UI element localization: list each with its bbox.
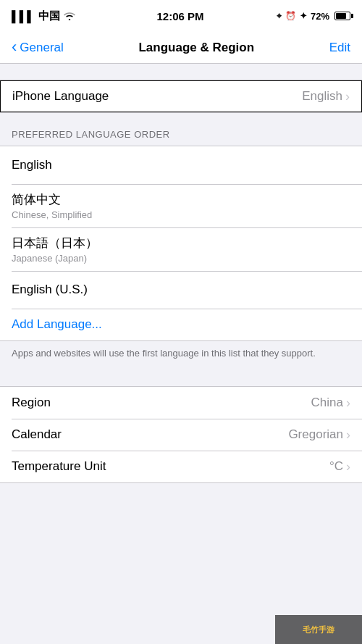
list-item[interactable]: 日本語（日本） Japanese (Japan): [0, 227, 362, 271]
region-current: China: [311, 396, 343, 410]
preferred-language-section: PREFERRED LANGUAGE ORDER English 简体中文 Ch…: [0, 129, 362, 370]
iphone-language-group: iPhone Language English ›: [0, 80, 362, 113]
region-list: Region China › Calendar Gregorian › Temp…: [0, 386, 362, 483]
wifi-icon: [64, 10, 75, 22]
region-value: China ›: [311, 396, 350, 411]
add-language-label: Add Language...: [12, 317, 102, 332]
iphone-language-section: iPhone Language English ›: [0, 80, 362, 113]
carrier-label: 中国: [38, 9, 60, 23]
battery-icon: [334, 12, 350, 20]
calendar-label: Calendar: [12, 427, 62, 442]
back-button[interactable]: ‹ General: [12, 41, 64, 55]
alarm-icon: ⏰: [285, 11, 296, 21]
add-language-row[interactable]: Add Language...: [0, 309, 362, 340]
location-icon: ⌖: [277, 11, 282, 21]
calendar-current: Gregorian: [288, 427, 343, 442]
nav-bar: ‹ General Language & Region Edit: [0, 32, 362, 64]
iphone-language-value: English ›: [302, 89, 350, 104]
edit-button[interactable]: Edit: [329, 41, 350, 55]
region-section: Region China › Calendar Gregorian › Temp…: [0, 386, 362, 483]
iphone-language-row[interactable]: iPhone Language English ›: [0, 80, 362, 112]
temperature-row[interactable]: Temperature Unit °C ›: [0, 451, 362, 482]
signal-icon: ▌▌▌: [12, 10, 35, 22]
calendar-row[interactable]: Calendar Gregorian ›: [0, 419, 362, 451]
language-primary: 简体中文: [12, 191, 350, 208]
watermark: 毛竹手游: [275, 615, 362, 644]
language-secondary: Japanese (Japan): [12, 253, 350, 264]
calendar-chevron-icon: ›: [346, 427, 350, 443]
temperature-label: Temperature Unit: [12, 459, 106, 474]
page-title: Language & Region: [138, 41, 254, 55]
region-label: Region: [12, 396, 51, 410]
iphone-language-label: iPhone Language: [12, 89, 109, 104]
back-chevron-icon: ‹: [12, 39, 17, 55]
region-row[interactable]: Region China ›: [0, 387, 362, 419]
temperature-value: °C ›: [329, 459, 350, 474]
preferred-language-footer: Apps and websites will use the first lan…: [0, 341, 362, 370]
preferred-language-list: English 简体中文 Chinese, Simplified 日本語（日本）…: [0, 146, 362, 341]
iphone-language-current: English: [302, 89, 342, 104]
bluetooth-icon: ✦: [300, 11, 307, 21]
battery-percent: 72%: [311, 11, 329, 22]
preferred-language-header: PREFERRED LANGUAGE ORDER: [0, 129, 362, 146]
language-primary: English (U.S.): [12, 283, 350, 297]
status-left: ▌▌▌ 中国: [12, 9, 84, 23]
language-primary: 日本語（日本）: [12, 235, 350, 251]
calendar-value: Gregorian ›: [288, 427, 350, 443]
status-time: 12:06 PM: [156, 10, 203, 22]
language-primary: English: [12, 158, 350, 172]
back-label: General: [20, 41, 63, 55]
list-item[interactable]: English (U.S.): [0, 271, 362, 309]
temperature-chevron-icon: ›: [346, 459, 350, 474]
temperature-current: °C: [329, 459, 343, 474]
list-item[interactable]: English: [0, 146, 362, 184]
status-right: ⌖ ⏰ ✦ 72%: [277, 11, 350, 22]
status-bar: ▌▌▌ 中国 12:06 PM ⌖ ⏰ ✦ 72%: [0, 0, 362, 32]
language-secondary: Chinese, Simplified: [12, 209, 350, 220]
iphone-language-chevron-icon: ›: [345, 89, 350, 104]
watermark-text: 毛竹手游: [303, 624, 334, 635]
list-item[interactable]: 简体中文 Chinese, Simplified: [0, 184, 362, 227]
region-chevron-icon: ›: [346, 396, 350, 411]
